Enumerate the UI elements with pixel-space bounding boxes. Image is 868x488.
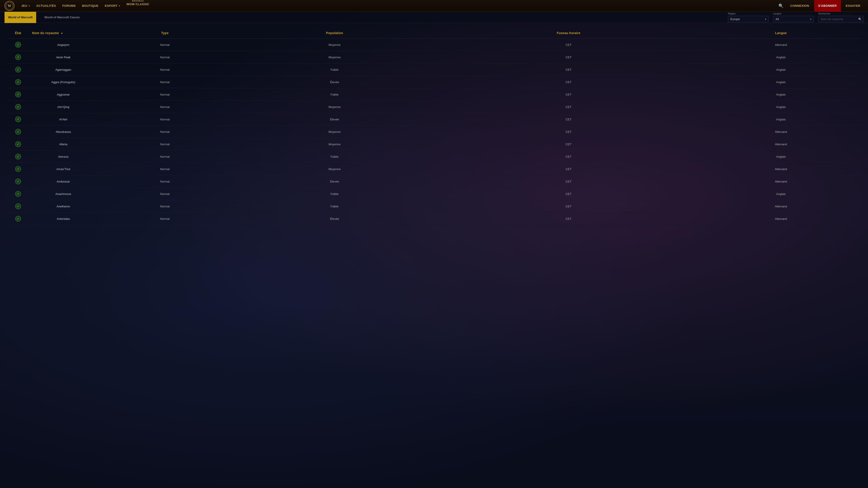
tab-wow[interactable]: World of Warcraft	[4, 12, 36, 23]
timezone-cell: CET	[436, 76, 701, 88]
population-cell: Moyenne	[232, 101, 436, 113]
population-cell: Élevée	[232, 113, 436, 126]
check-icon: ✓	[17, 155, 20, 158]
type-cell: Normal	[97, 200, 232, 213]
nav-forums[interactable]: FORUMS	[59, 0, 79, 12]
nav-jeu[interactable]: JEU ▾	[18, 0, 33, 12]
type-cell: Normal	[97, 163, 232, 175]
realm-name-cell: Aman'Thul	[29, 163, 97, 175]
check-icon: ✓	[17, 130, 20, 133]
realm-name-cell: Agamaggan	[29, 64, 97, 76]
essayer-button[interactable]: ESSAYER	[843, 0, 864, 12]
table-row: ✓ Anachronos Normal Faible CET Anglais	[7, 188, 861, 200]
check-icon: ✓	[17, 142, 20, 146]
realm-name-cell: Aggra (Português)	[29, 76, 97, 88]
main-nav: W JEU ▾ ACTUALITÉS FORUMS BOUTIQUE ESPOR…	[0, 0, 868, 12]
timezone-cell: CET	[436, 51, 701, 64]
table-row: ✓ Aggramar Normal Faible CET Anglais	[7, 88, 861, 101]
language-cell: Anglais	[701, 101, 861, 113]
langue-select[interactable]: All Français Anglais Allemand Espagnol	[773, 16, 814, 22]
type-cell: Normal	[97, 151, 232, 163]
check-icon: ✓	[17, 180, 20, 183]
region-select-wrapper: Europe Americas Asia	[728, 16, 769, 22]
nav-actualites[interactable]: ACTUALITÉS	[33, 0, 59, 12]
population-cell: Moyenne	[232, 51, 436, 64]
col-header-population: Population	[232, 28, 436, 39]
timezone-cell: CET	[436, 200, 701, 213]
language-cell: Allemand	[701, 200, 861, 213]
population-cell: Moyenne	[232, 39, 436, 51]
check-icon: ✓	[17, 93, 20, 96]
language-cell: Allemand	[701, 213, 861, 225]
check-icon: ✓	[17, 43, 20, 46]
check-icon: ✓	[17, 217, 20, 221]
tab-wow-classic[interactable]: World of Warcraft Classic	[41, 12, 84, 23]
search-icon[interactable]: 🔍	[777, 2, 785, 10]
type-cell: Normal	[97, 51, 232, 64]
population-cell: Élevée	[232, 213, 436, 225]
check-icon: ✓	[17, 192, 20, 196]
check-icon: ✓	[17, 105, 20, 109]
table-row: ✓ Aman'Thul Normal Moyenne CET Allemand	[7, 163, 861, 175]
status-cell: ✓	[7, 163, 29, 175]
population-cell: Faible	[232, 200, 436, 213]
population-cell: Faible	[232, 64, 436, 76]
langue-filter-group: Langue All Français Anglais Allemand Esp…	[773, 12, 814, 22]
timezone-cell: CET	[436, 151, 701, 163]
realm-table-body: ✓ Aegwynn Normal Moyenne CET Allemand ✓ …	[7, 39, 861, 225]
realm-name-cell: Aggramar	[29, 88, 97, 101]
language-cell: Allemand	[701, 163, 861, 175]
realm-name-cell: Ahn'Qiraj	[29, 101, 97, 113]
region-label: Région	[728, 12, 769, 15]
status-icon: ✓	[15, 141, 21, 147]
type-cell: Normal	[97, 88, 232, 101]
status-cell: ✓	[7, 39, 29, 51]
realm-name-cell: Antonidas	[29, 213, 97, 225]
type-cell: Normal	[97, 64, 232, 76]
realm-table: État Nom du royaume ▼ Type Population Fu…	[7, 28, 861, 225]
sabonner-button[interactable]: S'ABONNER	[814, 0, 841, 12]
population-cell: Faible	[232, 188, 436, 200]
timezone-cell: CET	[436, 188, 701, 200]
population-cell: Moyenne	[232, 138, 436, 151]
region-select[interactable]: Europe Americas Asia	[728, 16, 769, 22]
timezone-cell: CET	[436, 175, 701, 188]
table-row: ✓ Ambossar Normal Élevée CET Allemand	[7, 175, 861, 188]
status-cell: ✓	[7, 88, 29, 101]
nav-boutique[interactable]: BOUTIQUE	[79, 0, 102, 12]
table-row: ✓ Anetheron Normal Faible CET Allemand	[7, 200, 861, 213]
status-cell: ✓	[7, 213, 29, 225]
realm-search-input[interactable]	[818, 16, 864, 22]
status-icon: ✓	[15, 191, 21, 197]
nav-right: 🔍 CONNEXION S'ABONNER ESSAYER	[777, 0, 864, 12]
check-icon: ✓	[17, 80, 20, 84]
check-icon: ✓	[17, 118, 20, 121]
check-icon: ✓	[17, 68, 20, 71]
status-cell: ✓	[7, 51, 29, 64]
population-cell: Moyenne	[232, 126, 436, 138]
realm-name-cell: Aerie Peak	[29, 51, 97, 64]
chevron-down-icon-esport: ▾	[119, 5, 120, 7]
check-icon: ✓	[17, 55, 20, 59]
table-row: ✓ Alonsus Normal Faible CET Anglais	[7, 151, 861, 163]
population-cell: Élevée	[232, 76, 436, 88]
language-cell: Allemand	[701, 39, 861, 51]
col-header-nom[interactable]: Nom du royaume ▼	[29, 28, 97, 39]
language-cell: Anglais	[701, 76, 861, 88]
wow-logo[interactable]: W	[4, 1, 14, 11]
type-cell: Normal	[97, 175, 232, 188]
status-cell: ✓	[7, 113, 29, 126]
status-icon: ✓	[15, 42, 21, 48]
table-row: ✓ Aegwynn Normal Moyenne CET Allemand	[7, 39, 861, 51]
status-icon: ✓	[15, 79, 21, 85]
table-header-row: État Nom du royaume ▼ Type Population Fu…	[7, 28, 861, 39]
connexion-button[interactable]: CONNEXION	[787, 0, 812, 12]
realm-name-cell: Ambossar	[29, 175, 97, 188]
status-icon: ✓	[15, 54, 21, 60]
status-icon: ✓	[15, 129, 21, 135]
table-row: ✓ Ahn'Qiraj Normal Moyenne CET Anglais	[7, 101, 861, 113]
nav-esport[interactable]: ESPORT ▾	[102, 0, 123, 12]
type-cell: Normal	[97, 213, 232, 225]
status-icon: ✓	[15, 203, 21, 209]
nav-wowclassic[interactable]: NOUVEAU WOW CLASSIC	[123, 0, 153, 12]
